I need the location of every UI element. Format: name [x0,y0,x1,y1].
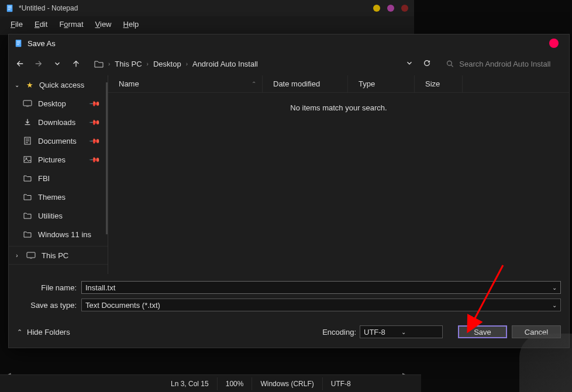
save-type-value[interactable] [82,301,549,310]
address-controls [405,59,431,69]
sidebar-item-themes[interactable]: Themes [9,188,108,206]
file-name-input[interactable] [82,283,549,292]
folder-icon [23,212,32,219]
sidebar-item-label: This PC [42,251,68,260]
menu-help[interactable]: Help [119,19,144,30]
search-icon [446,60,453,68]
sidebar: ⌄ ★ Quick access Desktop 📌 Downloads 📌 D… [9,75,108,274]
sidebar-item-win11[interactable]: Windows 11 ins [9,225,108,244]
bc-current-folder[interactable]: Android Auto Install [192,60,258,68]
notepad-menubar: File Edit Format View Help [0,16,414,32]
back-button[interactable] [15,58,25,69]
hide-folders-toggle[interactable]: ⌃ Hide Folders [17,328,70,337]
sidebar-item-desktop[interactable]: Desktop 📌 [9,94,108,113]
menu-edit[interactable]: Edit [30,19,52,30]
sidebar-item-documents[interactable]: Documents 📌 [9,131,108,150]
sidebar-item-pictures[interactable]: Pictures 📌 [9,150,108,169]
search-input[interactable] [459,60,557,68]
sidebar-item-label: Utilities [38,211,63,220]
scrollbar[interactable] [106,82,108,234]
sidebar-item-utilities[interactable]: Utilities [9,206,108,225]
file-name-label: File name: [17,283,81,292]
svg-rect-5 [17,41,20,42]
svg-rect-2 [8,8,12,8]
col-date[interactable]: Date modified [263,75,348,92]
save-type-select[interactable]: ⌄ [81,299,561,311]
sidebar-quick-access[interactable]: ⌄ ★ Quick access [9,75,108,94]
menu-format[interactable]: Format [54,19,88,30]
notepad-icon [6,4,14,13]
breadcrumb[interactable]: › This PC › Desktop › Android Auto Insta… [91,60,402,68]
file-list-header: Name⌃ Date modified Type Size [108,75,569,93]
search-box[interactable] [440,55,563,72]
bc-desktop[interactable]: Desktop [153,60,181,68]
sidebar-item-label: Windows 11 ins [38,230,91,239]
pin-icon: 📌 [89,135,101,147]
pin-icon: 📌 [89,116,101,129]
sidebar-item-label: Themes [38,193,66,202]
address-dropdown[interactable] [405,59,414,69]
line-ending: Windows (CRLF) [252,377,322,390]
sidebar-item-fbi[interactable]: FBI [9,169,108,188]
star-icon: ★ [26,81,33,89]
form-area: File name: ⌄ Save as type: ⌄ [9,274,569,313]
chevron-down-icon: ⌄ [13,82,20,88]
folder-icon [94,60,104,68]
sort-indicator-icon: ⌃ [251,81,256,87]
background-decoration [519,334,572,392]
minimize-button[interactable] [373,5,380,12]
cursor-position: Ln 3, Col 15 [163,377,218,390]
content-area: ⌄ ★ Quick access Desktop 📌 Downloads 📌 D… [9,75,569,274]
svg-point-8 [447,61,452,65]
col-name[interactable]: Name⌃ [108,75,263,92]
sidebar-item-label: Desktop [38,99,66,108]
chevron-down-icon[interactable]: ⌄ [549,302,560,308]
save-button[interactable]: Save [458,325,507,338]
chevron-right-icon: › [108,61,110,67]
window-controls [373,5,408,12]
col-type[interactable]: Type [348,75,415,92]
hide-folders-label: Hide Folders [27,328,70,337]
col-size[interactable]: Size [415,75,463,92]
svg-rect-1 [8,6,12,7]
chevron-right-icon: › [147,61,149,67]
save-type-label: Save as type: [17,301,81,310]
desktop-icon [23,100,32,107]
file-name-field[interactable]: ⌄ [81,281,561,294]
folder-icon [23,175,32,182]
pictures-icon [23,156,32,163]
dialog-close-button[interactable] [549,39,559,48]
nav-row: › This PC › Desktop › Android Auto Insta… [9,52,569,75]
menu-view[interactable]: View [91,19,116,30]
svg-rect-13 [27,252,35,258]
file-name-row: File name: ⌄ [17,280,561,295]
save-as-dialog: Save As › This PC › Desktop › Android Au… [8,34,570,348]
refresh-button[interactable] [423,59,431,69]
bc-this-pc[interactable]: This PC [115,60,142,68]
menu-file[interactable]: File [6,19,27,30]
empty-message: No items match your search. [108,93,569,112]
nav-arrows [15,58,81,69]
svg-rect-3 [8,9,11,10]
chevron-right-icon: › [13,252,20,259]
close-button[interactable] [401,5,408,12]
encoding-status: UTF-8 [323,377,359,390]
svg-rect-9 [23,100,32,106]
chevron-down-icon[interactable]: ⌄ [549,285,560,291]
encoding-select[interactable]: UTF-8 ⌄ [360,325,443,338]
encoding-label: Encoding: [322,328,356,337]
maximize-button[interactable] [387,5,394,12]
sidebar-this-pc[interactable]: › This PC [9,246,108,265]
chevron-up-icon: ⌃ [17,328,22,336]
sidebar-item-label: Pictures [38,155,66,164]
download-icon [23,118,32,126]
up-button[interactable] [71,58,81,69]
folder-icon [23,193,32,200]
forward-button[interactable] [33,58,44,69]
zoom-level: 100% [218,377,253,390]
notepad-titlebar: *Untitled - Notepad [0,0,414,16]
pin-icon: 📌 [89,154,101,166]
save-type-row: Save as type: ⌄ [17,297,561,313]
recent-dropdown[interactable] [52,58,63,69]
sidebar-item-downloads[interactable]: Downloads 📌 [9,113,108,131]
